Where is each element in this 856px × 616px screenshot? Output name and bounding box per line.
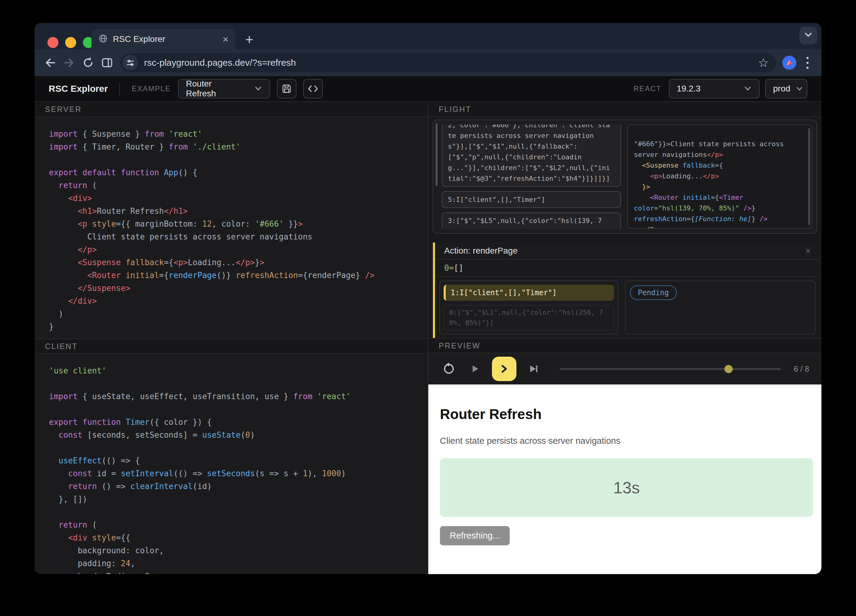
url-text[interactable]: rsc-playground.pages.dev/?s=refresh (144, 57, 296, 68)
play-icon (469, 363, 480, 374)
browser-toolbar: rsc-playground.pages.dev/?s=refresh ☆ (35, 49, 821, 76)
restart-button[interactable] (440, 360, 458, 378)
preview-heading: Router Refresh (440, 406, 813, 422)
flight-cards-scrollbar[interactable] (436, 123, 437, 186)
url-bar[interactable]: rsc-playground.pages.dev/?s=refresh ☆ (120, 53, 776, 72)
flight-chunk-row[interactable]: 5:I["client",[],"Timer"] (442, 191, 621, 208)
client-panel-header: CLIENT (35, 339, 428, 354)
close-icon[interactable]: × (805, 246, 811, 256)
browser-window: RSC Explorer × + (35, 23, 821, 574)
action-panel-body: 1:I["client",[],"Timer"] 0:["$","$L1",nu… (435, 277, 820, 338)
action-panel: Action: renderPage × 0= [] 1:I["client",… (433, 243, 820, 338)
restart-icon (443, 363, 456, 375)
react-version-value: 19.2.3 (677, 84, 701, 94)
flight-chunk-row[interactable]: 3:["$","$L5",null,{"color":"hsl(139, 7 0… (442, 212, 621, 229)
action-panel-header: Action: renderPage × (435, 243, 820, 260)
example-select-value: Router Refresh (186, 79, 244, 98)
preview-subtitle: Client state persists across server navi… (440, 436, 813, 446)
example-label: EXAMPLE (132, 84, 170, 93)
tab-strip: RSC Explorer × + (35, 23, 821, 49)
globe-favicon-icon (98, 34, 108, 45)
playback-controls: 6 / 8 (428, 353, 821, 384)
back-arrow-icon (43, 56, 57, 69)
react-label: REACT (634, 84, 661, 93)
preview-panel-title: PREVIEW (439, 341, 480, 350)
play-button[interactable] (466, 360, 483, 378)
butterfly-logo-icon (784, 57, 794, 68)
server-panel-title: SERVER (45, 105, 82, 114)
action-args-row: 0= [] (435, 260, 820, 277)
flight-chunk-row[interactable]: 2,"color":"#666"},"children":"Client sta… (442, 124, 621, 187)
tune-icon (125, 58, 135, 68)
chevron-down-icon (733, 86, 752, 91)
action-chunk-list[interactable]: 1:I["client",[],"Timer"] 0:["$","$L1",nu… (439, 281, 618, 334)
close-window-button[interactable] (48, 37, 59, 48)
app-header: RSC Explorer EXAMPLE Router Refresh REAC… (35, 76, 821, 102)
side-panel-icon (100, 56, 114, 69)
browser-tab[interactable]: RSC Explorer × (91, 29, 235, 49)
build-mode-value: prod (773, 84, 790, 94)
client-panel-title: CLIENT (45, 342, 78, 351)
slider-handle[interactable] (724, 365, 733, 373)
profile-avatar[interactable] (782, 56, 796, 70)
minimize-window-button[interactable] (65, 37, 76, 48)
main-content: SERVER import { Suspense } from 'react'i… (35, 102, 821, 574)
header-divider (119, 82, 120, 95)
skip-end-icon (528, 363, 539, 374)
reload-button[interactable] (79, 53, 98, 72)
timer-box: 13s (440, 458, 813, 517)
preview-panel-header: PREVIEW (428, 338, 821, 353)
build-mode-select[interactable]: prod (765, 79, 807, 98)
left-column: SERVER import { Suspense } from 'react'i… (35, 102, 428, 574)
bookmark-star-icon[interactable]: ☆ (758, 56, 769, 70)
right-column: FLIGHT 2,"color":"#666"},"children":"Cli… (428, 102, 821, 574)
flight-panel-header: FLIGHT (428, 102, 821, 117)
window-controls (48, 37, 94, 48)
new-tab-button[interactable]: + (242, 32, 257, 48)
reload-icon (82, 56, 95, 69)
tab-search-button[interactable] (799, 27, 817, 45)
timeline-slider[interactable] (560, 368, 781, 370)
skip-to-end-button[interactable] (525, 360, 542, 378)
save-button[interactable] (277, 79, 296, 98)
chevron-down-icon (804, 32, 813, 39)
code-brackets-icon (307, 83, 319, 94)
flight-chunk-list[interactable]: 2,"color":"#666"},"children":"Client sta… (442, 124, 621, 229)
flight-container: 2,"color":"#666"},"children":"Client sta… (433, 120, 817, 233)
action-chunk-row-dim[interactable]: 0:["$","$L1",null,{"color":"hsl(256, 7 0… (443, 305, 614, 331)
share-code-button[interactable] (303, 79, 323, 98)
chevron-down-icon (790, 86, 803, 91)
react-version-select[interactable]: 19.2.3 (669, 79, 760, 98)
tab-close-icon[interactable]: × (222, 34, 229, 45)
timer-value: 13s (613, 478, 640, 497)
step-forward-button[interactable] (492, 356, 516, 381)
client-code-editor[interactable]: 'use client' import { useState, useEffec… (35, 354, 428, 574)
refresh-button[interactable]: Refreshing... (440, 526, 510, 545)
flight-panel: 2,"color":"#666"},"children":"Client sta… (428, 117, 821, 237)
tab-title: RSC Explorer (113, 34, 165, 44)
browser-menu-button[interactable] (801, 57, 813, 69)
chevron-right-icon (499, 363, 509, 374)
flight-panel-title: FLIGHT (439, 105, 471, 114)
flight-jsx-scrollbar[interactable] (808, 128, 810, 225)
status-badge: Pending (630, 285, 677, 300)
side-panel-button[interactable] (98, 53, 117, 72)
flight-jsx-view[interactable]: "#666"}}>Client state persists acrossser… (627, 124, 812, 229)
app-title: RSC Explorer (49, 83, 108, 94)
forward-arrow-icon (62, 56, 76, 69)
forward-button[interactable] (60, 53, 79, 72)
back-button[interactable] (41, 53, 60, 72)
example-select[interactable]: Router Refresh (178, 79, 270, 98)
action-arg-key: 0= (444, 263, 454, 272)
action-arg-value: [] (454, 263, 463, 272)
server-code-editor[interactable]: import { Suspense } from 'react'import {… (35, 117, 428, 339)
step-counter: 6 / 8 (794, 364, 809, 374)
action-chunk-row-active[interactable]: 1:I["client",[],"Timer"] (443, 285, 614, 301)
action-result-box: Pending (625, 281, 816, 334)
site-settings-button[interactable] (123, 55, 138, 70)
server-panel-header: SERVER (35, 102, 428, 117)
action-title: Action: renderPage (444, 246, 517, 256)
save-floppy-icon (281, 83, 292, 94)
preview-render-area: Router Refresh Client state persists acr… (428, 384, 821, 574)
chevron-down-icon (244, 86, 262, 91)
